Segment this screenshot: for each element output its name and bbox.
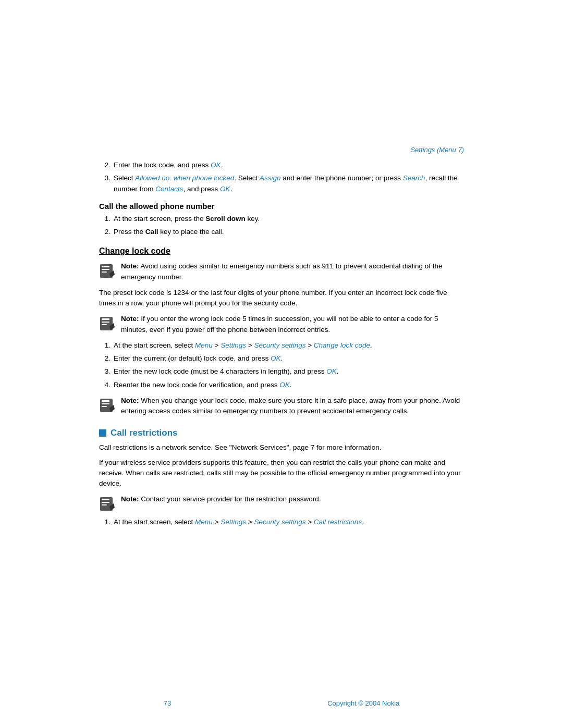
change-lock-step-1-sep1: > [213,341,221,349]
svg-rect-2 [102,269,109,270]
change-lock-step-1-num: 1. [99,340,114,351]
page-number: 73 [164,699,171,707]
note-1-text: Avoid using codes similar to emergency n… [121,262,443,280]
note-text-1: Note: Avoid using codes similar to emerg… [121,261,464,282]
change-lock-step-1-sep2: > [246,341,254,349]
call-restrictions-step-1-sep2: > [246,518,254,526]
call-restrictions-step-1-security[interactable]: Security settings [254,518,305,526]
svg-rect-6 [102,318,109,320]
step-3-contacts-link[interactable]: Contacts [155,185,183,193]
change-lock-step-1-settings[interactable]: Settings [221,341,246,349]
call-allowed-step-1-num: 1. [99,214,114,224]
svg-rect-17 [102,502,109,503]
change-lock-step-1: 1. At the start screen, select Menu > Se… [99,340,464,351]
settings-menu-label: Settings (Menu 7) [410,146,464,154]
note-box-1: Note: Avoid using codes similar to emerg… [99,261,464,282]
change-lock-step-3-before: Enter the new lock code (must be 4 chara… [114,367,326,375]
svg-rect-16 [102,499,109,500]
footer: 73 Copyright © 2004 Nokia [0,699,563,707]
step-2-ok-link[interactable]: OK [211,161,221,169]
svg-rect-18 [102,504,107,505]
call-restrictions-heading: Call restrictions [99,428,464,438]
change-lock-heading-text: Change lock code [99,246,170,255]
change-lock-step-3: 3. Enter the new lock code (must be 4 ch… [99,366,464,377]
svg-rect-11 [102,400,109,402]
call-allowed-step-2-text-before: Press the [114,228,145,236]
step-3-assign-link[interactable]: Assign [260,174,281,182]
call-restrictions-step-1-sep3: > [305,518,313,526]
change-lock-step-2: 2. Enter the current (or default) lock c… [99,353,464,364]
call-allowed-step-2-num: 2. [99,227,114,237]
note-text-4: Note: Contact your service provider for … [121,494,321,504]
call-restrictions-para-1: Call restrictions is a network service. … [99,442,464,453]
change-lock-step-1-menu[interactable]: Menu [195,341,213,349]
svg-rect-1 [102,266,109,267]
change-lock-step-3-num: 3. [99,366,114,377]
note-3-label: Note: [121,397,139,404]
blue-square-icon [99,429,106,437]
step-3-period: . [230,185,232,193]
note-text-2: Note: If you enter the wrong lock code 5… [121,314,464,335]
step-3-text-mid1: . Select [234,174,260,182]
svg-rect-7 [102,322,109,323]
change-lock-step-4-num: 4. [99,380,114,390]
change-lock-step-2-num: 2. [99,353,114,364]
step-3-select: 3. Select Allowed no. when phone locked.… [99,173,464,194]
step-3-ok-link[interactable]: OK [220,185,230,193]
call-restrictions-heading-text: Call restrictions [111,428,178,438]
note-text-3: Note: When you change your lock code, ma… [121,396,464,417]
change-lock-step-2-content: Enter the current (or default) lock code… [114,353,464,364]
note-box-4: Note: Contact your service provider for … [99,494,464,512]
call-restrictions-step-1-call-restrictions[interactable]: Call restrictions [314,518,362,526]
call-restrictions-step-1-content: At the start screen, select Menu > Setti… [114,517,464,527]
step-2-text: Enter the lock code, and press [114,161,211,169]
call-allowed-step-1: 1. At the start screen, press the Scroll… [99,214,464,224]
note-icon-2 [99,315,116,331]
call-allowed-step-2: 2. Press the Call key to place the call. [99,227,464,237]
step-num-3: 3. [99,173,114,194]
step-3-allowed-link[interactable]: Allowed no. when phone locked [135,174,234,182]
change-lock-step-3-ok[interactable]: OK [326,367,337,375]
change-lock-step-4-content: Reenter the new lock code for verificati… [114,380,464,390]
note-box-3: Note: When you change your lock code, ma… [99,396,464,417]
step-3-text-before: Select [114,174,135,182]
change-lock-step-1-period: . [370,341,372,349]
call-allowed-step-2-text-after: key to place the call. [158,228,224,236]
svg-rect-8 [102,324,107,325]
svg-rect-3 [102,272,107,273]
call-restrictions-step-1: 1. At the start screen, select Menu > Se… [99,517,464,527]
change-lock-step-4: 4. Reenter the new lock code for verific… [99,380,464,390]
scroll-down-bold: Scroll down [205,215,246,223]
step-3-content: Select Allowed no. when phone locked. Se… [114,173,464,194]
change-lock-step-1-change[interactable]: Change lock code [314,341,370,349]
step-3-text-end: , and press [183,185,221,193]
call-restrictions-step-1-period: . [362,518,364,526]
step-2-period: . [221,161,223,169]
call-restrictions-step-1-before: At the start screen, select [114,518,195,526]
call-allowed-step-1-text-before: At the start screen, press the [114,215,205,223]
change-lock-step-3-period: . [337,367,339,375]
note-icon-3 [99,397,116,413]
call-allowed-step-2-content: Press the Call key to place the call. [114,227,464,237]
step-3-search-link[interactable]: Search [403,174,425,182]
call-restrictions-para-2: If your wireless service providers suppo… [99,458,464,489]
call-allowed-step-1-text-after: key. [246,215,260,223]
change-lock-step-4-before: Reenter the new lock code for verificati… [114,381,279,389]
step-3-text-mid2: and enter the phone number; or press [280,174,402,182]
call-restrictions-step-1-num: 1. [99,517,114,527]
change-lock-step-1-security[interactable]: Security settings [254,341,305,349]
call-allowed-step-1-content: At the start screen, press the Scroll do… [114,214,464,224]
change-lock-step-4-ok[interactable]: OK [279,381,290,389]
change-lock-step-1-sep3: > [305,341,313,349]
svg-rect-12 [102,403,109,404]
page: Settings (Menu 7) 2. Enter the lock code… [0,0,563,728]
change-lock-step-4-period: . [290,381,292,389]
call-restrictions-step-1-menu[interactable]: Menu [195,518,213,526]
note-2-text: If you enter the wrong lock code 5 times… [121,315,438,333]
change-lock-step-2-ok[interactable]: OK [271,354,281,362]
change-lock-step-1-content: At the start screen, select Menu > Setti… [114,340,464,351]
preset-paragraph: The preset lock code is 1234 or the last… [99,288,464,309]
header-right: Settings (Menu 7) [99,146,464,154]
call-restrictions-step-1-sep1: > [213,518,221,526]
call-restrictions-step-1-settings[interactable]: Settings [221,518,246,526]
